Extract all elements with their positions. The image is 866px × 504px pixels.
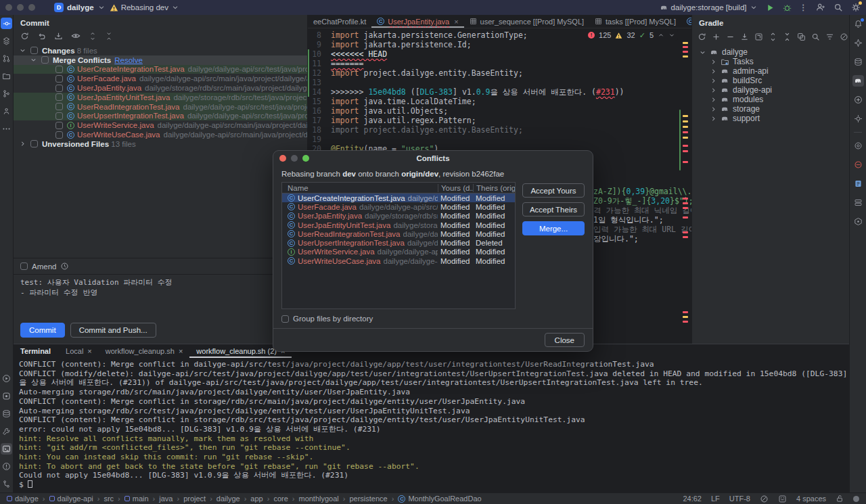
bookmarks-toolwindow-icon[interactable] <box>1 106 12 117</box>
open-build-file-icon[interactable] <box>753 31 764 42</box>
column-yours[interactable]: Yours (d... <box>438 184 473 192</box>
commit-toolwindow-icon[interactable] <box>1 18 12 29</box>
breadcrumb-item[interactable]: java <box>159 495 173 503</box>
group-modules-icon[interactable] <box>796 31 806 42</box>
changed-file-row[interactable]: CUserJpaEntity.javadailyge/storage/rdb/s… <box>14 83 307 93</box>
run-anything-icon[interactable] <box>852 94 864 106</box>
file-encoding[interactable]: UTF-8 <box>729 495 750 503</box>
project-toolwindow-icon[interactable] <box>1 70 12 82</box>
conflict-row[interactable]: CUserReadIntegrationTest.javadailyge/dai… <box>282 229 515 238</box>
file-checkbox[interactable] <box>55 112 63 120</box>
commit-message-input[interactable]: test: 사용자 Validation 파라미터 수정- 파라미터 수정 반영 <box>14 274 307 317</box>
expand-all-icon[interactable] <box>89 31 97 41</box>
changes-checkbox[interactable] <box>30 47 38 54</box>
tree-row-merge-conflicts[interactable]: Merge ConflictsResolve <box>14 55 307 65</box>
device-manager-icon[interactable] <box>852 140 864 152</box>
pull-requests-toolwindow-icon[interactable] <box>1 53 12 64</box>
redis-toolwindow-icon[interactable] <box>852 159 864 170</box>
editor-tab[interactable]: tasks [[Prod] MySQL] <box>589 15 681 28</box>
conflict-row[interactable]: CUserJpaEntity.javadailyge/storage/rdb/s… <box>282 212 515 221</box>
add-icon[interactable] <box>710 31 721 42</box>
gradle-toolwindow-icon[interactable] <box>852 75 864 87</box>
accept-yours-button[interactable]: Accept Yours <box>522 183 585 198</box>
conflicts-table-header[interactable]: Name Yours (d... Theirs (origi... <box>282 183 515 193</box>
highlighting-level-icon[interactable] <box>760 495 769 503</box>
resolve-link[interactable]: Resolve <box>114 56 143 64</box>
column-theirs[interactable]: Theirs (origi... <box>473 184 515 192</box>
collapse-all-icon[interactable] <box>781 31 792 42</box>
close-window-icon[interactable] <box>5 4 12 11</box>
gradle-tree-item[interactable]: storage <box>692 104 849 114</box>
line-separator[interactable]: LF <box>711 495 720 503</box>
download-sources-icon[interactable] <box>739 31 750 42</box>
error-stripe[interactable] <box>681 28 689 344</box>
caret-position[interactable]: 24:62 <box>683 495 702 503</box>
refresh-icon[interactable] <box>20 31 29 41</box>
more-actions-button[interactable]: ⋮ <box>800 3 808 12</box>
commit-history-clock-icon[interactable] <box>60 262 69 271</box>
gradle-tree-item[interactable]: support <box>692 114 849 123</box>
terminal-toolwindow-icon[interactable] <box>1 443 12 455</box>
close-button[interactable]: Close <box>545 333 585 347</box>
remove-icon[interactable] <box>725 31 735 42</box>
editor-tab[interactable]: CUserJpaEntity.java× <box>371 15 463 28</box>
group-by-directory-checkbox[interactable] <box>281 315 289 323</box>
breadcrumb-item[interactable]: src <box>104 495 114 503</box>
preview-diff-icon[interactable] <box>71 31 81 41</box>
conflict-row[interactable]: CUserFacade.javadailyge/dailyge-api/src/… <box>282 202 515 211</box>
conflict-row[interactable]: CUserWriteUseCase.javadailyge/dailyge-ap… <box>282 256 515 265</box>
tree-row-unversioned[interactable]: Unversioned Files 13 files <box>14 139 307 149</box>
inspection-widget[interactable]: ! 125 32 ✓ 5 <box>585 30 678 41</box>
changed-file-row[interactable]: CUserUpsertIntegrationTest.javadailyge/d… <box>14 112 307 121</box>
close-tab-icon[interactable]: × <box>179 347 183 355</box>
changed-file-row[interactable]: CUserReadIntegrationTest.javadailyge/dai… <box>14 102 307 112</box>
breadcrumb-item[interactable]: monthlygoal <box>298 495 338 503</box>
search-icon[interactable] <box>810 31 821 42</box>
conflict-row[interactable]: CUserUpsertIntegrationTest.javadailyge/d… <box>282 238 515 247</box>
run-button[interactable] <box>766 3 775 12</box>
services-toolwindow-icon[interactable] <box>1 408 12 419</box>
documentation-icon[interactable] <box>852 178 864 189</box>
prev-problem-icon[interactable] <box>658 32 664 39</box>
file-checkbox[interactable] <box>55 131 63 139</box>
accept-theirs-button[interactable]: Accept Theirs <box>522 202 585 216</box>
breadcrumb-item[interactable]: dailyge-api <box>49 495 93 503</box>
search-icon[interactable] <box>834 3 843 12</box>
editor-tab[interactable]: eeChatProfile.kt <box>308 15 371 28</box>
breadcrumb-item[interactable]: dailyge <box>7 495 39 503</box>
build-server-icon[interactable] <box>852 197 864 208</box>
breadcrumb[interactable]: dailyge›dailyge-api›src›main›java›projec… <box>7 495 482 503</box>
filter-tasks-icon[interactable] <box>824 31 835 42</box>
more-toolwindows-icon[interactable] <box>1 123 12 135</box>
terminal-tab[interactable]: Local× <box>59 344 99 358</box>
changed-file-row[interactable]: CUserFacade.javadailyge/dailyge-api/src/… <box>14 74 307 83</box>
add-user-icon[interactable] <box>816 3 825 12</box>
debug-toolwindow-icon[interactable] <box>1 390 12 402</box>
run-configuration-selector[interactable]: dailyge:storage [build] <box>660 3 758 12</box>
zoom-window-icon[interactable] <box>28 4 35 11</box>
breadcrumb-item[interactable]: persistence <box>349 495 387 503</box>
debug-button[interactable] <box>783 3 792 12</box>
gradle-tree-item[interactable]: admin-api <box>692 66 849 76</box>
rollback-icon[interactable] <box>37 31 46 41</box>
dependencies-icon[interactable] <box>852 113 864 124</box>
kubernetes-icon[interactable] <box>852 216 864 227</box>
gradle-sync-icon[interactable] <box>696 31 707 42</box>
changed-file-row[interactable]: CUserWriteUseCase.javadailyge/dailyge-ap… <box>14 130 307 139</box>
vcs-log-toolwindow-icon[interactable] <box>1 478 12 490</box>
changed-file-row[interactable]: CUserCreateIntegrationTest.javadailyge/d… <box>14 65 307 74</box>
close-tab-icon[interactable]: × <box>87 347 91 355</box>
conflict-row[interactable]: CUserJpaEntityUnitTest.javadailyge/stora… <box>282 221 515 229</box>
conflicts-table[interactable]: Name Yours (d... Theirs (origi... CUserC… <box>281 182 516 309</box>
gradle-tree-item[interactable]: Tasks <box>692 57 849 66</box>
breadcrumb-item[interactable]: main <box>124 495 149 503</box>
file-checkbox[interactable] <box>55 66 63 73</box>
project-switcher[interactable]: D dailyge <box>54 3 106 12</box>
tree-row-changes[interactable]: Changes 8 files <box>14 46 307 55</box>
window-controls[interactable] <box>5 4 35 11</box>
sync-status-icon[interactable] <box>853 496 859 502</box>
indent-widget[interactable]: 4 spaces <box>796 495 826 503</box>
run-toolwindow-icon[interactable] <box>1 373 12 384</box>
commit-button[interactable]: Commit <box>20 323 65 338</box>
terminal-output[interactable]: CONFLICT (content): Merge conflict in da… <box>14 358 849 492</box>
